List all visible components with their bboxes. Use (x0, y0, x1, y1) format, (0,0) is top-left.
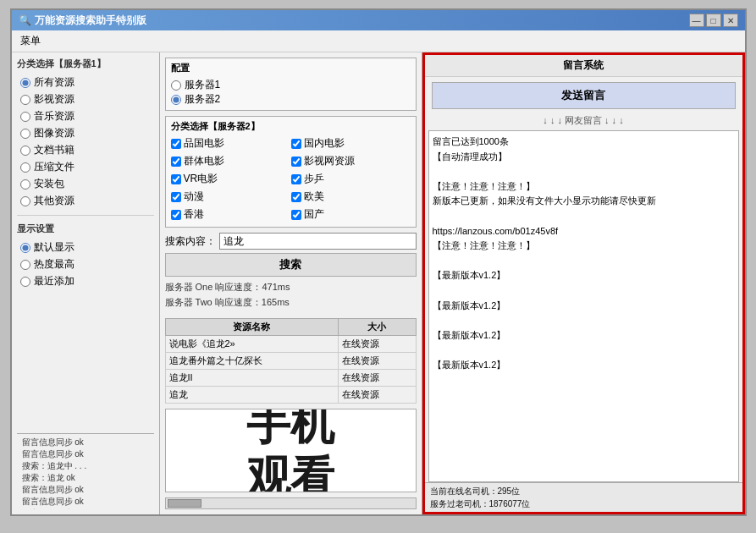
radio-label: 最近添加 (34, 274, 74, 288)
server2-label: 服务器2 (185, 92, 221, 107)
main-content: 分类选择【服务器1】 所有资源 影视资源 音乐资源 图像资源 (12, 52, 745, 514)
big-chinese-text: 手机 观看 (246, 409, 334, 492)
results-tbody: 说电影《追龙2» 在线资源 追龙番外篇之十亿探长 在线资源 追龙II 在线资源 … (165, 336, 416, 404)
divider1 (17, 215, 154, 216)
log-area: 留言信息同步 ok 留言信息同步 ok 搜索：追龙中 . . . 搜索：追龙 o… (17, 433, 154, 509)
radio-label: 文档书籍 (34, 143, 74, 157)
cb-xianggang[interactable]: 香港 (171, 207, 290, 222)
cb-qunti[interactable]: 群体电影 (171, 154, 290, 168)
cb-guonei[interactable]: 国内电影 (291, 136, 411, 151)
msg-spacer4 (433, 283, 735, 299)
message-box[interactable]: 留言已达到1000条 【自动清理成功】 【注意！注意！注意！】 新版本已更新，如… (428, 130, 739, 482)
section1-title: 分类选择【服务器1】 (17, 58, 154, 70)
left-panel: 分类选择【服务器1】 所有资源 影视资源 音乐资源 图像资源 (12, 52, 160, 514)
big-text-area: 手机 观看 (165, 409, 417, 492)
msg-spacer (433, 164, 735, 179)
minimize-button[interactable]: — (689, 14, 704, 27)
msg-spacer5 (433, 313, 735, 328)
cb-guodian[interactable]: 品国电影 (171, 136, 290, 151)
status-line2: 服务过老司机：1876077位 (430, 497, 737, 510)
msg-4: 新版本已更新，如果没有文件大小显示功能请尽快更新 (433, 194, 735, 209)
radio-music-resources[interactable]: 音乐资源 (20, 109, 154, 124)
radio-label: 安装包 (34, 177, 64, 191)
cb-buping[interactable]: 步乒 (291, 172, 411, 186)
radio-hottest-display[interactable]: 热度最高 (20, 257, 154, 272)
server2-category-section: 分类选择【服务器2】 品国电影 国内电影 群体电影 影视网资源 VR电影 步乒 … (165, 116, 417, 228)
table-row[interactable]: 追龙II 在线资源 (165, 370, 416, 387)
menu-item-main[interactable]: 菜单 (15, 32, 46, 50)
scroll-thumb[interactable] (168, 499, 201, 508)
radio-zip-resources[interactable]: 压缩文件 (20, 160, 154, 174)
close-button[interactable]: ✕ (723, 14, 738, 27)
radio-docs-resources[interactable]: 文档书籍 (20, 143, 154, 157)
result-size: 在线资源 (339, 336, 416, 353)
col-header-name: 资源名称 (165, 319, 339, 336)
radio-video-resources[interactable]: 影视资源 (20, 92, 154, 107)
table-row[interactable]: 追龙 在线资源 (165, 387, 416, 404)
search-label: 搜索内容： (165, 234, 216, 249)
server-two-status: 服务器 Two 响应速度：165ms (165, 295, 417, 310)
radio-install-resources[interactable]: 安装包 (20, 177, 154, 191)
search-button[interactable]: 搜索 (165, 253, 417, 277)
status-bar: 当前在线名司机：295位 服务过老司机：1876077位 (425, 482, 742, 512)
window-title: 万能资源搜索助手特别版 (35, 14, 146, 28)
message-system-title: 留言系统 (425, 55, 742, 77)
cb-vr[interactable]: VR电影 (171, 172, 290, 186)
window-icon: 🔍 (19, 14, 31, 26)
radio-default-display[interactable]: 默认显示 (20, 240, 154, 255)
result-size: 在线资源 (339, 353, 416, 370)
radio-server2[interactable]: 服务器2 (171, 92, 411, 107)
radio-server1[interactable]: 服务器1 (171, 78, 411, 92)
config-section: 配置 服务器1 服务器2 (165, 58, 417, 111)
cb-guochan[interactable]: 国产 (291, 207, 411, 222)
radio-label: 其他资源 (34, 194, 74, 208)
cb-dongman[interactable]: 动漫 (171, 190, 290, 204)
category-checkboxes: 品国电影 国内电影 群体电影 影视网资源 VR电影 步乒 动漫 欧美 香港 国产 (171, 136, 411, 223)
cb-oumei[interactable]: 欧美 (291, 190, 411, 204)
msg-13: 【最新版本v1.2】 (433, 328, 735, 343)
title-bar: 🔍 万能资源搜索助手特别版 — □ ✕ (12, 10, 745, 30)
log-line-5: 留言信息同步 ok (22, 484, 149, 496)
maximize-button[interactable]: □ (706, 14, 721, 27)
big-text-line1: 手机 (246, 409, 334, 450)
log-line-3: 搜索：追龙中 . . . (22, 460, 149, 472)
radio-image-resources[interactable]: 图像资源 (20, 126, 154, 140)
table-row[interactable]: 说电影《追龙2» 在线资源 (165, 336, 416, 353)
msg-6: https://lanzous.com/b01z45v8f (433, 224, 735, 239)
radio-recent-display[interactable]: 最近添加 (20, 274, 154, 288)
search-area: 搜索内容： 搜索 服务器 One 响应速度：471ms 服务器 Two 响应速度… (165, 233, 417, 313)
msg-spacer3 (433, 254, 735, 269)
msg-0: 留言已达到1000条 (433, 135, 735, 150)
radio-label: 音乐资源 (34, 109, 74, 124)
msg-spacer2 (433, 209, 735, 224)
horizontal-scrollbar[interactable] (165, 497, 417, 509)
log-line-6: 留言信息同步 ok (22, 496, 149, 508)
log-line-2: 留言信息同步 ok (22, 448, 149, 460)
status-line1: 当前在线名司机：295位 (430, 485, 737, 497)
title-buttons: — □ ✕ (689, 14, 738, 27)
cb-yingshi[interactable]: 影视网资源 (291, 154, 411, 168)
msg-1: 【自动清理成功】 (433, 150, 735, 165)
main-window: 🔍 万能资源搜索助手特别版 — □ ✕ 菜单 分类选择【服务器1】 所有资源 影… (10, 8, 747, 516)
big-text-line2: 观看 (246, 451, 334, 492)
radio-other-resources[interactable]: 其他资源 (20, 194, 154, 208)
right-panel: 留言系统 发送留言 ↓ ↓ ↓ 网友留言 ↓ ↓ ↓ 留言已达到1000条 【自… (422, 52, 745, 514)
radio-label: 所有资源 (34, 75, 74, 90)
result-name: 追龙 (165, 387, 339, 404)
display-radio-group: 默认显示 热度最高 最近添加 (17, 240, 154, 288)
server1-label: 服务器1 (185, 78, 221, 92)
server1-radio-group: 所有资源 影视资源 音乐资源 图像资源 文档书籍 (17, 75, 154, 208)
radio-all-resources[interactable]: 所有资源 (20, 75, 154, 90)
msg-15: 【最新版本v1.2】 (433, 358, 735, 373)
log-line-1: 留言信息同步 ok (22, 437, 149, 448)
col-header-size: 大小 (339, 319, 416, 336)
arrow-line: ↓ ↓ ↓ 网友留言 ↓ ↓ ↓ (425, 114, 742, 127)
middle-panel: 配置 服务器1 服务器2 分类选择【服务器2】 品国电影 国内电影 群体电影 影… (160, 52, 422, 514)
title-bar-left: 🔍 万能资源搜索助手特别版 (19, 14, 146, 28)
result-size: 在线资源 (339, 370, 416, 387)
search-input[interactable] (219, 233, 417, 250)
server-status: 服务器 One 响应速度：471ms 服务器 Two 响应速度：165ms (165, 280, 417, 310)
table-row[interactable]: 追龙番外篇之十亿探长 在线资源 (165, 353, 416, 370)
send-message-button[interactable]: 发送留言 (432, 82, 736, 109)
menu-bar: 菜单 (12, 30, 745, 52)
